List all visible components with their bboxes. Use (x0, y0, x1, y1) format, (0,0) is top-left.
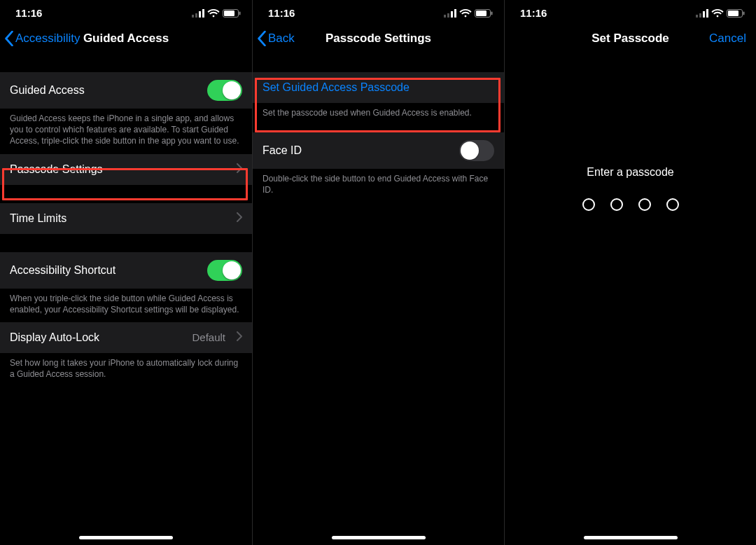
status-indicators (192, 9, 241, 18)
navbar: Set Passcode Cancel (505, 23, 756, 54)
signal-icon (696, 9, 708, 18)
status-indicators (696, 9, 745, 18)
status-indicators (444, 9, 493, 18)
svg-rect-13 (491, 11, 493, 15)
chevron-right-icon (237, 331, 242, 344)
row-display-auto-lock[interactable]: Display Auto-Lock Default (0, 322, 252, 353)
row-label: Face ID (262, 144, 302, 157)
toggle-accessibility-shortcut[interactable] (207, 260, 242, 281)
footer-display-auto-lock: Set how long it takes your iPhone to aut… (0, 353, 252, 387)
row-time-limits[interactable]: Time Limits (0, 203, 252, 234)
toggle-face-id[interactable] (459, 140, 494, 161)
footer-guided-access: Guided Access keeps the iPhone in a sing… (0, 109, 252, 154)
battery-icon (223, 9, 241, 18)
navbar-title: Passcode Settings (326, 32, 431, 46)
wifi-icon (711, 9, 724, 18)
wifi-icon (459, 9, 472, 18)
cancel-button[interactable]: Cancel (709, 23, 746, 54)
passcode-dot (610, 198, 623, 211)
footer-accessibility-shortcut: When you triple-click the side button wh… (0, 289, 252, 322)
status-time: 11:16 (520, 7, 547, 19)
signal-icon (444, 9, 456, 18)
row-set-guided-access-passcode[interactable]: Set Guided Access Passcode (253, 72, 504, 103)
row-label: Set Guided Access Passcode (262, 81, 410, 94)
row-guided-access-toggle[interactable]: Guided Access (0, 72, 252, 109)
cancel-label: Cancel (709, 32, 746, 46)
footer-face-id: Double-click the side button to end Guid… (253, 169, 504, 202)
navbar: Accessibility Guided Access (0, 23, 252, 54)
svg-rect-15 (699, 13, 701, 18)
chevron-left-icon (257, 31, 267, 46)
svg-rect-8 (447, 13, 449, 18)
home-indicator[interactable] (0, 536, 252, 539)
passcode-dot (582, 198, 595, 211)
svg-rect-16 (703, 11, 705, 18)
svg-rect-3 (202, 9, 204, 18)
row-accessibility-shortcut-toggle[interactable]: Accessibility Shortcut (0, 252, 252, 289)
row-passcode-settings[interactable]: Passcode Settings (0, 154, 252, 185)
battery-icon (475, 9, 493, 18)
svg-rect-10 (454, 9, 456, 18)
svg-rect-5 (224, 11, 234, 16)
screen-guided-access: 11:16 Accessibility Guided Access Guided… (0, 0, 252, 545)
navbar: Back Passcode Settings (253, 23, 504, 54)
svg-rect-14 (696, 15, 698, 18)
toggle-guided-access[interactable] (207, 80, 242, 101)
battery-icon (727, 9, 745, 18)
chevron-right-icon (237, 163, 242, 176)
row-label: Accessibility Shortcut (10, 264, 115, 277)
svg-rect-12 (476, 11, 486, 16)
status-bar: 11:16 (0, 0, 252, 23)
screen-set-passcode: 11:16 Set Passcode Cancel Enter a passco… (504, 0, 756, 545)
svg-rect-19 (728, 11, 738, 16)
status-time: 11:16 (15, 7, 42, 19)
back-button[interactable]: Back (257, 23, 295, 54)
footer-set-passcode: Set the passcode used when Guided Access… (253, 103, 504, 125)
status-bar: 11:16 (505, 0, 756, 23)
chevron-left-icon (4, 31, 14, 46)
row-face-id-toggle[interactable]: Face ID (253, 132, 504, 169)
signal-icon (192, 9, 204, 18)
passcode-dot (666, 198, 679, 211)
back-label: Back (268, 32, 295, 46)
svg-rect-17 (706, 9, 708, 18)
chevron-right-icon (237, 212, 242, 225)
svg-rect-2 (199, 11, 201, 18)
svg-rect-0 (192, 15, 194, 18)
svg-rect-9 (451, 11, 453, 18)
screen-passcode-settings: 11:16 Back Passcode Settings Set Guided … (252, 0, 504, 545)
svg-rect-7 (444, 15, 446, 18)
back-button[interactable]: Accessibility (4, 23, 80, 54)
svg-rect-1 (195, 13, 197, 18)
svg-rect-6 (239, 11, 241, 15)
home-indicator[interactable] (253, 536, 504, 539)
passcode-dots (505, 198, 756, 211)
svg-rect-20 (743, 11, 745, 15)
status-time: 11:16 (268, 7, 295, 19)
wifi-icon (207, 9, 220, 18)
row-label: Display Auto-Lock (10, 331, 99, 344)
row-label: Time Limits (10, 212, 66, 225)
passcode-dot (638, 198, 651, 211)
home-indicator[interactable] (505, 536, 756, 539)
status-bar: 11:16 (253, 0, 504, 23)
row-label: Passcode Settings (10, 163, 103, 176)
passcode-prompt: Enter a passcode (505, 166, 756, 179)
row-value: Default (192, 331, 225, 343)
back-label: Accessibility (15, 32, 80, 46)
navbar-title: Set Passcode (592, 32, 669, 46)
navbar-title: Guided Access (83, 32, 169, 46)
row-label: Guided Access (10, 84, 85, 97)
